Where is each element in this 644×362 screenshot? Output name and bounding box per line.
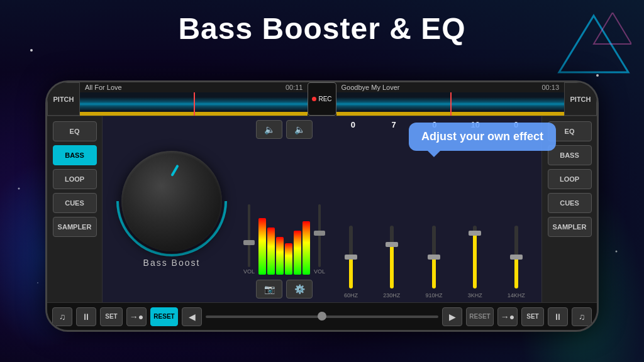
eq-fill-14khz	[514, 257, 518, 288]
note-left-btn[interactable]: ♫	[52, 307, 72, 326]
fader-track-left[interactable]	[248, 204, 250, 267]
waveform-right-header: Goodbye My Lover 00:13	[336, 82, 564, 92]
eq-handle-910hz[interactable]	[428, 255, 440, 260]
tooltip-bubble: Adjust your own effect	[409, 123, 556, 151]
pause-left-icon: ⏸	[82, 312, 91, 322]
pause-right-icon: ⏸	[553, 312, 562, 322]
right-loop-btn[interactable]: LOOP	[548, 169, 592, 189]
left-cues-btn[interactable]: CUES	[53, 193, 97, 213]
right-sampler-btn[interactable]: SAMPLER	[548, 217, 592, 237]
eq-label-230hz: 230HZ	[383, 292, 400, 299]
page-title: Bass Booster & EQ	[0, 11, 644, 46]
eq-handle-230hz[interactable]	[386, 242, 398, 247]
arrow-right-left-icon: →●	[130, 312, 143, 322]
vu-bar-1	[258, 218, 266, 275]
eq-handle-3khz[interactable]	[469, 231, 481, 236]
eq-slider-track-230hz[interactable]	[390, 226, 394, 288]
rec-button[interactable]: REC	[308, 82, 336, 116]
mixer-top-buttons: 🔈 🔈	[256, 120, 313, 139]
mixer-icon-settings: ⚙️	[294, 284, 305, 294]
volume-icon-btn-right[interactable]: 🔈	[286, 120, 313, 139]
eq-val-7: 7	[382, 120, 405, 129]
arrow-right-icon: →●	[501, 312, 514, 322]
fader-right: VOL	[314, 204, 325, 275]
eq-slider-14khz: 14KHZ	[508, 226, 525, 299]
prev-btn[interactable]: ◀	[182, 307, 202, 326]
arrow-right-left-btn[interactable]: →●	[126, 307, 147, 326]
next-icon: ▶	[449, 312, 456, 322]
left-bass-btn[interactable]: BASS	[53, 145, 97, 165]
arrow-right-btn[interactable]: →●	[497, 307, 518, 326]
vol-label-left: VOL	[243, 268, 255, 275]
eq-fill-3khz	[473, 233, 477, 288]
note-right-btn[interactable]: ♫	[572, 307, 592, 326]
eq-handle-60hz[interactable]	[345, 255, 357, 260]
mixer-bottom-buttons: 📷 ⚙️	[256, 280, 313, 299]
eq-slider-track-60hz[interactable]	[349, 226, 353, 288]
left-panel: EQ BASS LOOP CUES SAMPLER	[47, 116, 103, 302]
eq-handle-14khz[interactable]	[510, 255, 523, 260]
mixer-bottom-btn-left[interactable]: 📷	[256, 280, 282, 299]
eq-slider-230hz: 230HZ	[383, 226, 400, 299]
eq-label-60hz: 60HZ	[344, 292, 358, 299]
eq-fill-230hz	[390, 244, 394, 288]
pitch-btn-left[interactable]: PITCH	[47, 82, 80, 116]
left-sampler-btn[interactable]: SAMPLER	[53, 217, 97, 237]
waveform-right-visual	[336, 92, 564, 116]
eq-slider-track-14khz[interactable]	[514, 226, 518, 288]
eq-slider-track-910hz[interactable]	[432, 226, 436, 288]
vu-bar-4	[285, 243, 292, 275]
waveform-left-header: All For Love 00:11	[80, 82, 308, 92]
left-loop-btn[interactable]: LOOP	[53, 169, 97, 189]
left-eq-btn[interactable]: EQ	[53, 121, 97, 141]
eq-slider-3khz: 3KHZ	[468, 226, 482, 299]
right-track-name: Goodbye My Lover	[341, 84, 400, 91]
slider-thumb[interactable]	[318, 312, 326, 321]
rec-label: REC	[318, 96, 331, 102]
set-right-btn[interactable]: SET	[521, 307, 544, 326]
fader-left: VOL	[243, 204, 255, 275]
eq-fill-60hz	[349, 257, 353, 288]
mixer-bottom-btn-right[interactable]: ⚙️	[286, 280, 313, 299]
right-cues-btn[interactable]: CUES	[548, 193, 592, 213]
faders-and-vu: VOL VOL	[243, 144, 325, 275]
volume-icon-btn-left[interactable]: 🔈	[256, 120, 282, 139]
eq-slider-track-3khz[interactable]	[473, 226, 477, 288]
svg-point-2	[30, 49, 33, 52]
note-right-icon: ♫	[579, 312, 586, 322]
pause-left-btn[interactable]: ⏸	[76, 307, 96, 326]
left-track-name: All For Love	[85, 84, 122, 91]
pitch-btn-right[interactable]: PITCH	[564, 82, 597, 116]
fader-track-right[interactable]	[318, 204, 321, 267]
eq-label-3khz: 3KHZ	[468, 292, 482, 299]
reset-right-btn[interactable]: RESET	[466, 307, 494, 326]
fader-handle-left[interactable]	[243, 240, 255, 245]
transport-slider[interactable]	[206, 315, 438, 318]
pause-right-btn[interactable]: ⏸	[548, 307, 568, 326]
knob-container[interactable]	[121, 151, 222, 251]
volume-icon-right: 🔈	[294, 124, 305, 134]
waveform-right: Goodbye My Lover 00:13	[336, 82, 564, 116]
waveform-left: All For Love 00:11	[80, 82, 308, 116]
set-left-btn[interactable]: SET	[100, 307, 123, 326]
vu-bar-6	[303, 221, 310, 275]
phone-frame: PITCH All For Love 00:11 REC Goodbye My …	[45, 80, 599, 332]
note-left-icon: ♫	[59, 312, 66, 322]
fader-handle-right[interactable]	[314, 231, 325, 236]
reset-left-btn[interactable]: RESET	[150, 307, 178, 326]
eq-slider-910hz: 910HZ	[425, 226, 442, 299]
prev-icon: ◀	[189, 312, 196, 322]
vu-meters	[258, 199, 310, 275]
eq-val-0: 0	[341, 120, 364, 129]
next-btn[interactable]: ▶	[442, 307, 462, 326]
eq-label-910hz: 910HZ	[425, 292, 442, 299]
knob-indicator	[170, 165, 179, 177]
mixer-icon-camera: 📷	[264, 284, 275, 294]
vu-bar-5	[294, 231, 301, 275]
tooltip-text: Adjust your own effect	[421, 130, 543, 143]
bass-knob[interactable]	[121, 151, 222, 251]
vol-label-right: VOL	[314, 268, 325, 275]
center-knob-area: Bass Boost	[103, 116, 241, 302]
vu-bar-2	[267, 228, 275, 275]
transport-bar: ♫ ⏸ SET →● RESET ◀ ▶ RESET →● SET ⏸ ♫	[47, 302, 597, 330]
